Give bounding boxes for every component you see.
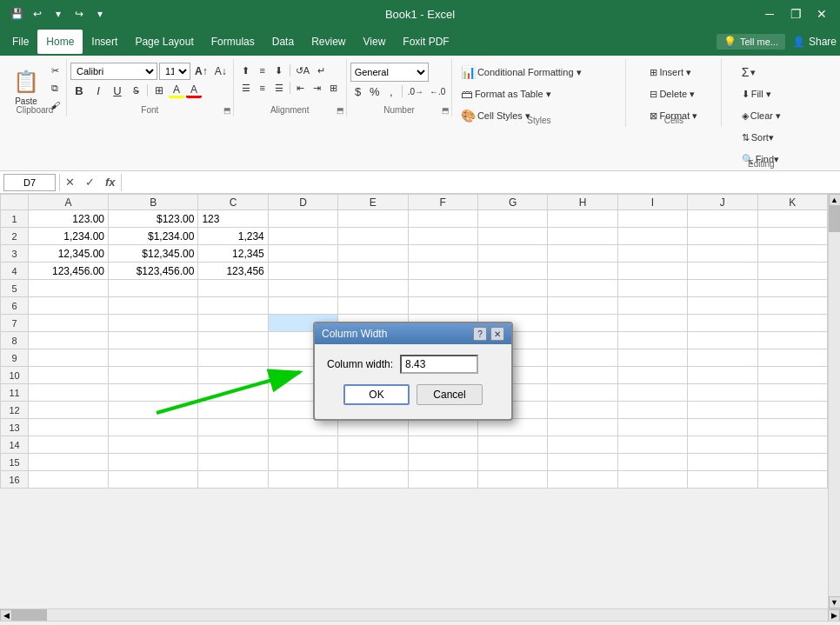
horizontal-scrollbar[interactable]: ◀ ▶ <box>0 608 840 621</box>
menu-page-layout[interactable]: Page Layout <box>126 30 202 54</box>
cell-B1[interactable]: $123.00 <box>109 210 198 228</box>
cell-C13[interactable] <box>198 419 268 436</box>
cell-F16[interactable] <box>408 471 477 489</box>
increase-indent-button[interactable]: ⇥ <box>310 80 325 96</box>
cell-H3[interactable] <box>548 245 617 263</box>
cell-E5[interactable] <box>338 280 408 297</box>
cell-D13[interactable] <box>268 419 337 436</box>
strikethrough-button[interactable]: S̶ <box>128 83 143 98</box>
scroll-right-button[interactable]: ▶ <box>828 609 840 621</box>
font-color-button[interactable]: A <box>186 83 202 98</box>
undo-button[interactable]: ↩ <box>28 4 47 23</box>
cell-G13[interactable] <box>477 419 547 436</box>
grow-font-button[interactable]: A↑ <box>192 63 210 79</box>
menu-foxit[interactable]: Foxit PDF <box>394 30 457 54</box>
minimize-button[interactable]: ─ <box>758 3 781 25</box>
cell-A3[interactable]: 12,345.00 <box>29 245 109 263</box>
cell-E14[interactable] <box>338 436 408 454</box>
col-header-A[interactable]: A <box>29 195 109 210</box>
formula-input[interactable] <box>125 174 837 191</box>
cell-A9[interactable] <box>29 349 109 367</box>
cell-A4[interactable]: 123,456.00 <box>29 263 109 280</box>
format-as-table-button[interactable]: 🗃 Format as Table ▾ <box>457 84 622 103</box>
cell-B9[interactable] <box>109 349 198 367</box>
cell-J15[interactable] <box>688 454 757 471</box>
cell-B12[interactable] <box>109 402 198 419</box>
col-header-C[interactable]: C <box>198 195 268 210</box>
cell-B13[interactable] <box>109 419 198 436</box>
font-family-select[interactable]: Calibri <box>70 63 157 80</box>
scroll-up-button[interactable]: ▲ <box>829 194 841 206</box>
cell-C11[interactable] <box>198 384 268 402</box>
cell-H7[interactable] <box>548 315 617 332</box>
cell-K3[interactable] <box>757 245 827 263</box>
cell-C10[interactable] <box>198 367 268 384</box>
cell-I15[interactable] <box>617 454 687 471</box>
cell-I10[interactable] <box>617 367 687 384</box>
conditional-formatting-button[interactable]: 📊 Conditional Formatting ▾ <box>457 63 622 82</box>
cell-J10[interactable] <box>688 367 757 384</box>
menu-file[interactable]: File <box>3 30 37 54</box>
cell-I5[interactable] <box>617 280 687 297</box>
cell-J4[interactable] <box>688 263 757 280</box>
save-button[interactable]: 💾 <box>7 4 26 23</box>
align-left-button[interactable]: ☰ <box>238 80 254 96</box>
cell-H9[interactable] <box>548 349 617 367</box>
cell-G15[interactable] <box>477 454 547 471</box>
scroll-down-button[interactable]: ▼ <box>829 596 841 608</box>
text-direction-button[interactable]: ↺A <box>293 63 312 78</box>
scroll-thumb[interactable] <box>829 206 841 232</box>
cell-A7[interactable] <box>29 315 109 332</box>
cell-D14[interactable] <box>268 436 337 454</box>
col-header-B[interactable]: B <box>109 195 198 210</box>
cell-K4[interactable] <box>757 263 827 280</box>
cell-I6[interactable] <box>617 297 687 315</box>
cell-E2[interactable] <box>338 228 408 245</box>
cell-A11[interactable] <box>29 384 109 402</box>
cell-C8[interactable] <box>198 332 268 349</box>
cell-H1[interactable] <box>548 210 617 228</box>
increase-decimal-button[interactable]: .0→ <box>405 83 426 99</box>
cell-J2[interactable] <box>688 228 757 245</box>
cell-K15[interactable] <box>757 454 827 471</box>
cell-B14[interactable] <box>109 436 198 454</box>
cell-C14[interactable] <box>198 436 268 454</box>
cell-B16[interactable] <box>109 471 198 489</box>
cell-J9[interactable] <box>688 349 757 367</box>
cell-E6[interactable] <box>338 297 408 315</box>
align-middle-button[interactable]: ≡ <box>255 63 270 78</box>
cell-K12[interactable] <box>757 402 827 419</box>
cut-button[interactable]: ✂ <box>47 63 63 78</box>
cell-I9[interactable] <box>617 349 687 367</box>
dialog-ok-button[interactable]: OK <box>343 384 410 405</box>
cell-I7[interactable] <box>617 315 687 332</box>
col-header-J[interactable]: J <box>688 195 757 210</box>
merge-center-button[interactable]: ⊞ <box>326 80 342 96</box>
cell-J5[interactable] <box>688 280 757 297</box>
cell-K14[interactable] <box>757 436 827 454</box>
cell-D16[interactable] <box>268 471 337 489</box>
font-group-expand[interactable]: ⬒ <box>223 106 231 115</box>
cell-H4[interactable] <box>548 263 617 280</box>
comma-button[interactable]: , <box>383 83 399 99</box>
redo-button[interactable]: ↪ <box>70 4 89 23</box>
cell-I12[interactable] <box>617 402 687 419</box>
cell-B6[interactable] <box>109 297 198 315</box>
cell-H5[interactable] <box>548 280 617 297</box>
align-bottom-button[interactable]: ⬇ <box>271 63 287 78</box>
cell-A15[interactable] <box>29 454 109 471</box>
cell-E15[interactable] <box>338 454 408 471</box>
decrease-decimal-button[interactable]: ←.0 <box>427 83 448 99</box>
cell-I11[interactable] <box>617 384 687 402</box>
cell-J3[interactable] <box>688 245 757 263</box>
cell-F1[interactable] <box>408 210 477 228</box>
cell-A14[interactable] <box>29 436 109 454</box>
cell-F5[interactable] <box>408 280 477 297</box>
cell-G2[interactable] <box>477 228 547 245</box>
scroll-left-button[interactable]: ◀ <box>0 609 12 621</box>
cell-H16[interactable] <box>548 471 617 489</box>
cell-B11[interactable] <box>109 384 198 402</box>
cell-J12[interactable] <box>688 402 757 419</box>
cell-K6[interactable] <box>757 297 827 315</box>
menu-formulas[interactable]: Formulas <box>203 30 263 54</box>
